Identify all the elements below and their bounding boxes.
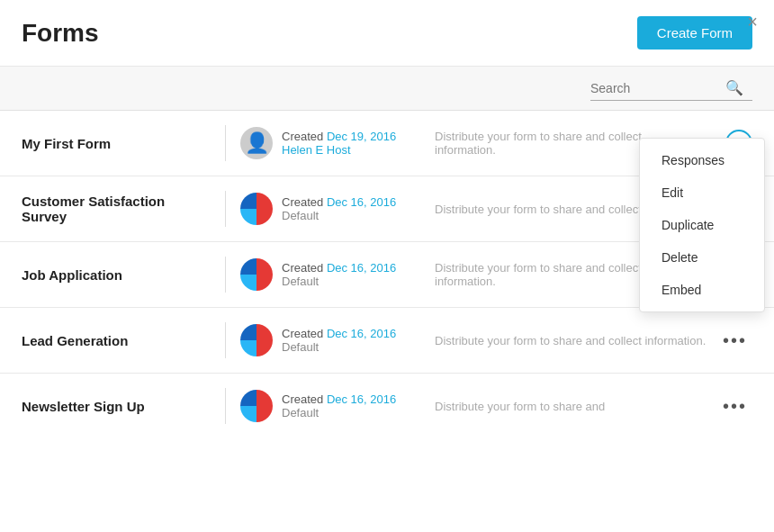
created-date: Created Dec 16, 2016 — [282, 195, 396, 209]
form-name: Customer Satisfaction Survey — [22, 194, 211, 224]
form-divider — [225, 388, 226, 424]
form-meta: Created Dec 16, 2016 Default — [240, 258, 420, 291]
avatar-pie — [240, 258, 273, 291]
meta-user: Default — [282, 406, 396, 419]
dropdown-item-embed[interactable]: Embed — [640, 274, 764, 306]
form-meta: Created Dec 16, 2016 Default — [240, 324, 420, 356]
form-meta: Created Dec 16, 2016 Default — [240, 390, 420, 422]
form-divider — [225, 125, 226, 161]
form-description: Distribute your form to share and collec… — [420, 334, 708, 347]
meta-text: Created Dec 16, 2016 Default — [282, 195, 396, 222]
form-description: Distribute your form to share and — [420, 400, 708, 413]
dropdown-item-edit[interactable]: Edit — [640, 176, 764, 209]
form-name: My First Form — [22, 136, 211, 151]
more-button[interactable]: ••• — [717, 328, 752, 353]
create-form-button[interactable]: Create Form — [637, 16, 752, 50]
avatar: 👤 — [240, 127, 273, 159]
person-icon: 👤 — [245, 133, 269, 153]
meta-text: Created Dec 16, 2016 Default — [282, 392, 396, 419]
created-date: Created Dec 16, 2016 — [282, 327, 396, 340]
avatar-pie — [240, 193, 273, 225]
avatar-pie — [240, 390, 273, 422]
search-bar-row: 🔍 — [0, 67, 774, 111]
meta-user: Default — [282, 340, 396, 354]
form-actions: ••• — [717, 393, 752, 419]
search-icon: 🔍 — [725, 79, 743, 96]
created-date: Created Dec 16, 2016 — [282, 392, 396, 406]
search-wrapper: 🔍 — [590, 79, 752, 101]
form-row: Lead Generation Created Dec 16, 2016 Def… — [0, 308, 774, 374]
form-divider — [225, 191, 226, 227]
dropdown-item-duplicate[interactable]: Duplicate — [640, 209, 764, 241]
form-actions: ••• — [717, 328, 752, 353]
meta-user: Helen E Host — [282, 143, 396, 157]
dropdown-menu: Responses Edit Duplicate Delete Embed — [639, 138, 765, 312]
page-title: Forms — [22, 19, 99, 48]
form-description: Distribute your form to share and collec… — [420, 261, 672, 288]
form-name: Job Application — [22, 267, 211, 283]
form-name: Lead Generation — [22, 333, 211, 348]
meta-user: Default — [282, 275, 396, 288]
forms-list: My First Form 👤 Created Dec 19, 2016 Hel… — [0, 111, 774, 438]
form-divider — [225, 257, 226, 293]
form-row: My First Form 👤 Created Dec 19, 2016 Hel… — [0, 111, 774, 176]
meta-user: Default — [282, 209, 396, 222]
form-meta: Created Dec 16, 2016 Default — [240, 193, 420, 225]
meta-text: Created Dec 19, 2016 Helen E Host — [282, 130, 396, 157]
form-meta: 👤 Created Dec 19, 2016 Helen E Host — [240, 127, 420, 159]
form-row: Newsletter Sign Up Created Dec 16, 2016 … — [0, 374, 774, 438]
form-divider — [225, 322, 226, 358]
meta-text: Created Dec 16, 2016 Default — [282, 261, 396, 288]
created-date: Created Dec 19, 2016 — [282, 130, 396, 143]
created-date: Created Dec 16, 2016 — [282, 261, 396, 275]
form-name: Newsletter Sign Up — [22, 399, 211, 414]
dropdown-item-delete[interactable]: Delete — [640, 241, 764, 274]
close-button[interactable]: × — [747, 13, 758, 31]
header: Forms Create Form × — [0, 0, 774, 67]
dropdown-item-responses[interactable]: Responses — [640, 144, 764, 176]
search-input[interactable] — [590, 81, 725, 95]
more-button[interactable]: ••• — [717, 393, 752, 419]
avatar-pie — [240, 324, 273, 356]
meta-text: Created Dec 16, 2016 Default — [282, 327, 396, 354]
form-description: Distribute your form to share and collec… — [420, 130, 672, 157]
